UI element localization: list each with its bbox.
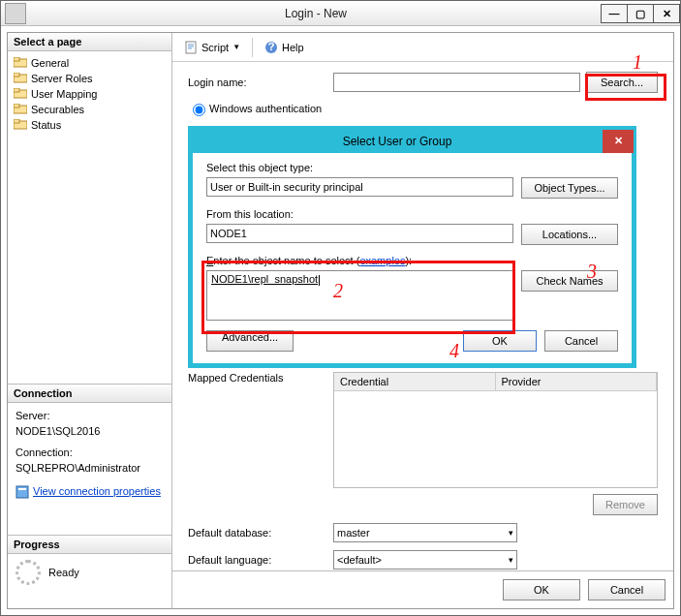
toolbar: Script ▼ ? Help xyxy=(172,33,673,62)
mapped-credentials-label: Mapped Credentials xyxy=(188,372,333,384)
object-type-label: Select this object type: xyxy=(206,162,618,173)
server-value: NODE1\SQL2016 xyxy=(15,424,164,440)
svg-rect-5 xyxy=(14,88,19,92)
page-list: General Server Roles User Mapping Secura… xyxy=(8,51,171,137)
ok-button[interactable]: OK xyxy=(503,579,580,601)
progress-status: Ready xyxy=(48,567,79,578)
chevron-down-icon: ▾ xyxy=(509,528,513,538)
page-status[interactable]: Status xyxy=(8,117,171,133)
default-language-select[interactable]: <default>▾ xyxy=(333,550,517,570)
cancel-button[interactable]: Cancel xyxy=(588,579,666,601)
check-names-button[interactable]: Check Names xyxy=(521,270,618,292)
dialog-buttons: OK Cancel xyxy=(172,570,673,608)
left-panel: Select a page General Server Roles User … xyxy=(8,33,172,608)
modal-cancel-button[interactable]: Cancel xyxy=(544,330,618,352)
modal-close-button[interactable]: ✕ xyxy=(603,130,634,153)
default-language-label: Default language: xyxy=(188,554,333,566)
cred-col-provider: Provider xyxy=(496,373,658,390)
object-type-field[interactable] xyxy=(206,177,513,197)
locations-button[interactable]: Locations... xyxy=(521,224,618,245)
close-button[interactable]: ✕ xyxy=(653,4,680,23)
modal-ok-button[interactable]: OK xyxy=(463,330,537,352)
advanced-button[interactable]: Advanced... xyxy=(206,330,294,352)
select-page-heading: Select a page xyxy=(8,33,171,51)
location-field[interactable] xyxy=(206,224,513,243)
svg-rect-7 xyxy=(14,104,19,108)
svg-text:?: ? xyxy=(268,41,275,52)
chevron-down-icon: ▼ xyxy=(232,43,240,51)
object-names-label: EEnter the object name to select (nter t… xyxy=(206,255,618,266)
page-user-mapping[interactable]: User Mapping xyxy=(8,86,171,102)
titlebar: Login - New — ▢ ✕ xyxy=(1,1,680,26)
default-database-select[interactable]: master▾ xyxy=(333,523,517,542)
remove-button[interactable]: Remove xyxy=(593,494,658,515)
login-name-label: Login name: xyxy=(188,77,333,88)
svg-rect-3 xyxy=(14,73,19,77)
view-connection-properties-link[interactable]: View connection properties xyxy=(15,484,164,500)
search-button[interactable]: Search... xyxy=(586,72,658,93)
connection-info: Server: NODE1\SQL2016 Connection: SQLREP… xyxy=(8,403,171,506)
select-user-dialog: Select User or Group ✕ Select this objec… xyxy=(188,126,636,368)
window-title: Login - New xyxy=(30,7,602,20)
svg-rect-10 xyxy=(16,486,28,498)
minimize-button[interactable]: — xyxy=(601,4,628,23)
login-name-input[interactable] xyxy=(333,73,580,92)
page-server-roles[interactable]: Server Roles xyxy=(8,71,171,86)
help-button[interactable]: ? Help xyxy=(261,39,308,56)
object-names-input[interactable]: NODE1\repl_snapshot xyxy=(206,270,513,321)
server-label: Server: xyxy=(15,409,164,424)
connection-label: Connection: xyxy=(15,446,164,461)
modal-titlebar: Select User or Group ✕ xyxy=(192,130,633,153)
script-button[interactable]: Script ▼ xyxy=(180,39,244,56)
connection-value: SQLREPRO\Administrator xyxy=(15,461,164,477)
modal-title: Select User or Group xyxy=(192,135,603,148)
svg-rect-1 xyxy=(14,57,19,61)
chevron-down-icon: ▾ xyxy=(509,555,513,565)
windows-auth-radio[interactable]: Windows authentication xyxy=(188,101,322,116)
app-icon xyxy=(5,3,26,24)
location-label: From this location: xyxy=(206,208,618,220)
examples-link[interactable]: examples xyxy=(359,255,405,266)
page-general[interactable]: General xyxy=(8,55,171,71)
svg-rect-12 xyxy=(186,42,196,53)
default-database-label: Default database: xyxy=(188,527,333,539)
page-securables[interactable]: Securables xyxy=(8,102,171,117)
cred-col-credential: Credential xyxy=(334,373,496,390)
progress-area: Ready xyxy=(8,554,171,591)
object-types-button[interactable]: Object Types... xyxy=(521,177,618,199)
svg-rect-11 xyxy=(18,488,26,490)
progress-heading: Progress xyxy=(8,535,171,554)
login-new-window: Login - New — ▢ ✕ Select a page General … xyxy=(0,0,681,616)
maximize-button[interactable]: ▢ xyxy=(627,4,654,23)
svg-rect-9 xyxy=(14,119,19,123)
progress-ring-icon xyxy=(15,560,41,585)
credentials-table: Credential Provider xyxy=(333,372,658,488)
connection-heading: Connection xyxy=(8,384,171,403)
